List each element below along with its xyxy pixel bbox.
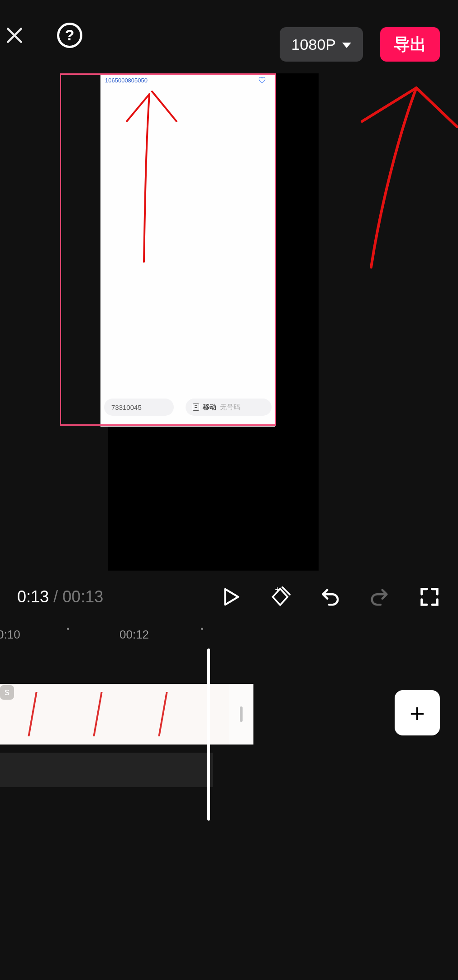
timeline-tick-label: 0:10 [0,628,20,642]
help-button[interactable]: ? [57,23,82,48]
overlay-header: 1065000805050 [100,73,275,87]
time-display: 0:13 / 00:13 [17,587,103,606]
timeline-tick-dot [201,628,203,630]
playback-bar: 0:13 / 00:13 + [0,574,458,620]
keyframe-icon: + [270,586,291,607]
play-button[interactable] [219,586,242,608]
overlay-chip-carrier[interactable]: 移动 无号码 [186,399,272,416]
overlay-screenshot[interactable]: 1065000805050 73310045 移动 无号码 [100,73,275,427]
sim-icon [193,404,199,411]
redo-icon [369,586,390,607]
fullscreen-button[interactable] [418,586,441,608]
close-icon [5,25,24,45]
timeline-playhead[interactable] [207,649,210,821]
undo-button[interactable] [319,586,341,608]
keyframe-button[interactable]: + [269,586,291,608]
overlay-chip-carrier-sub: 无号码 [220,403,240,412]
time-total: 00:13 [62,587,103,606]
play-icon [220,586,241,607]
timeline-ruler[interactable]: 0:10 00:12 [0,628,458,646]
undo-icon [320,586,340,607]
preview-area[interactable]: 1065000805050 73310045 移动 无号码 [0,67,458,574]
timeline-clip[interactable]: s [0,684,253,745]
add-clip-button[interactable]: + [395,690,440,735]
chevron-down-icon [342,43,351,48]
clip-thumbnails [0,684,253,745]
resolution-label: 1080P [291,36,336,53]
grip-icon [240,706,243,722]
timeline-tick-dot [67,628,69,630]
overlay-chip-number-text: 73310045 [111,404,142,411]
export-button[interactable]: 导出 [380,27,440,62]
overlay-chip-row: 73310045 移动 无号码 [104,399,272,416]
time-current: 0:13 [17,587,49,606]
svg-text:+: + [275,586,280,594]
timeline[interactable]: 0:10 00:12 s + [0,627,458,821]
plus-icon: + [410,698,425,728]
timeline-tick-label: 00:12 [119,628,149,642]
resolution-select[interactable]: 1080P [280,27,363,62]
clip-trim-handle-right[interactable] [229,684,253,745]
overlay-chip-number[interactable]: 73310045 [104,399,174,416]
export-label: 导出 [394,34,426,56]
timeline-track-secondary[interactable] [0,753,213,787]
heart-icon [258,76,266,84]
close-button[interactable] [4,24,25,46]
help-icon: ? [65,27,75,43]
overlay-header-number: 1065000805050 [105,77,148,84]
overlay-chip-carrier-label: 移动 [203,403,216,412]
annotation-arrow-export [344,72,458,272]
redo-button[interactable] [368,586,391,608]
clip-badge: s [0,685,14,700]
time-separator: / [53,587,58,606]
fullscreen-icon [419,586,440,607]
